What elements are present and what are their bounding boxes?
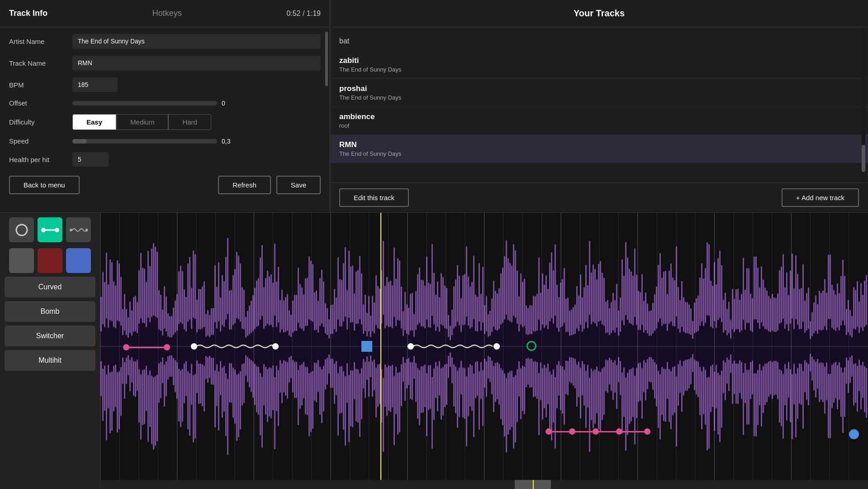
track-name-label: Track Name [9,59,72,67]
svg-point-4 [70,229,72,231]
action-buttons: Back to menu Refresh Save [9,176,321,194]
timeline-area[interactable]: // Generate waveform bars procedurally [100,213,868,489]
note-white-wavy-1 [191,343,279,350]
note-white-wavy-2 [408,343,500,350]
track-name-row: Track Name [9,56,321,70]
right-header-title: Your Tracks [330,0,868,27]
color-swatch-blue[interactable] [66,248,91,273]
tab-hotkeys[interactable]: Hotkeys [152,9,182,18]
left-header: Track Info Hotkeys 0:52 / 1:19 [0,0,330,27]
edit-track-button[interactable]: Edit this track [339,188,409,207]
track-name-ambience: ambience [339,112,859,121]
top-bar: Track Info Hotkeys 0:52 / 1:19 Your Trac… [0,0,868,27]
offset-slider[interactable] [72,101,217,105]
note-blue-circle-right [849,429,859,439]
tool-panel: Curved Bomb Switcher Multihit [0,213,100,489]
health-input[interactable] [72,152,109,167]
track-name-proshai: proshai [339,84,859,93]
svg-point-0 [16,225,27,235]
multihit-button[interactable]: Multihit [5,350,95,371]
color-swatches-row [9,248,91,273]
bpm-label: BPM [9,81,72,89]
your-tracks-title: Your Tracks [574,8,625,19]
offset-label: Offset [9,99,72,107]
offset-control: 0 [72,100,231,107]
track-info-panel: Artist Name Track Name BPM Offset 0 Diff [0,27,330,212]
save-button[interactable]: Save [276,176,321,194]
bpm-input[interactable] [72,77,118,92]
svg-point-3 [55,228,59,232]
track-name-rmn: RMN [339,140,859,149]
add-new-track-button[interactable]: + Add new track [782,188,859,207]
track-item-bat[interactable]: bat [330,32,868,51]
slider-note-tool[interactable] [38,217,62,242]
offset-row: Offset 0 [9,99,321,107]
speed-value: 0,3 [222,138,230,145]
color-swatch-red[interactable] [38,248,62,273]
timer-display: 0:52 / 1:19 [286,10,321,18]
track-item-ambience[interactable]: ambience roof [330,107,868,135]
notes-layer [100,213,868,480]
speed-row: Speed 0,3 [9,137,321,145]
wavy-note-tool[interactable] [66,217,91,242]
track-item-proshai[interactable]: proshai The End of Sunny Days [330,79,868,107]
editor-area: Curved Bomb Switcher Multihit // Generat… [0,213,868,489]
tracks-action-buttons: Edit this track + Add new track [330,182,868,212]
artist-input[interactable] [72,34,321,48]
difficulty-medium[interactable]: Medium [116,114,168,130]
tab-track-info[interactable]: Track Info [9,9,47,18]
track-name-bat: bat [339,37,349,45]
main-area: Artist Name Track Name BPM Offset 0 Diff [0,27,868,213]
scrollbar-thumb [325,32,328,86]
health-label: Health per hit [9,156,72,163]
track-name-zabiti: zabiti [339,56,859,65]
note-green-circle [526,341,536,351]
offset-value: 0 [222,100,231,107]
switcher-button[interactable]: Switcher [5,326,95,346]
playhead [380,213,381,480]
refresh-button[interactable]: Refresh [218,176,271,194]
tracks-scrollbar-track [862,27,865,182]
bomb-button[interactable]: Bomb [5,301,95,322]
color-swatch-gray[interactable] [9,248,34,273]
speed-control: 0,3 [72,138,230,145]
note-pink-slider-1 [123,344,170,350]
track-name-input[interactable] [72,56,321,70]
back-to-menu-button[interactable]: Back to menu [9,176,80,194]
artist-row: Artist Name [9,34,321,48]
track-item-rmn[interactable]: RMN The End of Sunny Days [330,135,868,163]
note-pink-slider-2 [545,428,650,435]
tool-icons-row [9,217,91,242]
tracks-scrollbar-thumb [862,145,865,172]
difficulty-label: Difficulty [9,118,72,126]
difficulty-group: Easy Medium Hard [72,114,211,130]
track-item-zabiti[interactable]: zabiti The End of Sunny Days [330,51,868,79]
difficulty-hard[interactable]: Hard [168,114,211,130]
artist-label: Artist Name [9,38,72,45]
circle-note-tool[interactable] [9,217,34,242]
speed-label: Speed [9,137,72,145]
bpm-row: BPM [9,77,321,92]
speed-slider[interactable] [72,139,217,144]
difficulty-easy[interactable]: Easy [72,114,116,130]
track-artist-proshai: The End of Sunny Days [339,94,859,101]
note-blue-circle [361,341,372,352]
tracks-list: bat zabiti The End of Sunny Days proshai… [330,27,868,182]
track-artist-rmn: The End of Sunny Days [339,150,859,157]
track-artist-zabiti: The End of Sunny Days [339,66,859,73]
track-artist-ambience: roof [339,122,859,129]
curved-button[interactable]: Curved [5,277,95,297]
tracks-panel: bat zabiti The End of Sunny Days proshai… [330,27,868,212]
health-row: Health per hit [9,152,321,167]
difficulty-row: Difficulty Easy Medium Hard [9,114,321,130]
